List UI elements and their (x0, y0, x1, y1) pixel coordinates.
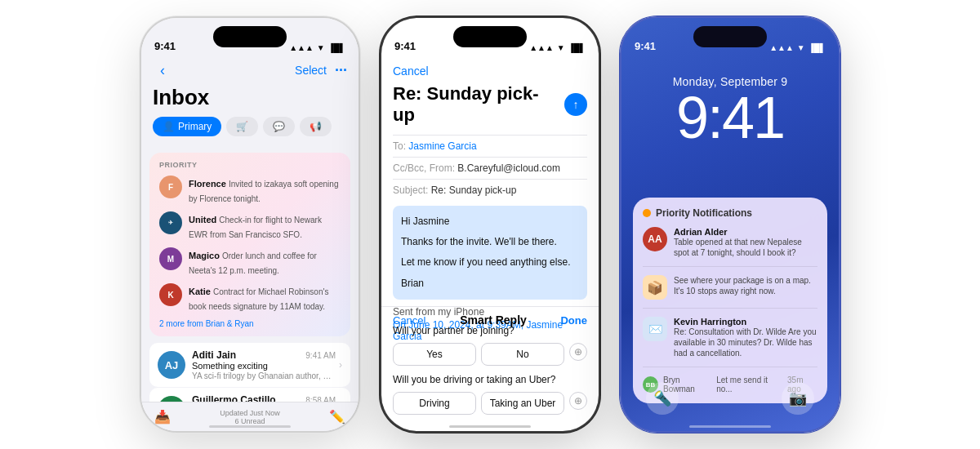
email-signature: Brian (401, 276, 579, 291)
email-line2: Let me know if you need anything else. (401, 255, 579, 270)
footer-updated: Updated Just Now (171, 409, 329, 417)
chat-icon: 💬 (273, 121, 285, 132)
filter-primary[interactable]: 👤 Primary (153, 117, 221, 136)
status-time-3: 9:41 (635, 40, 656, 52)
notif-content-kevin: Kevin Harrington Re: Consultation with D… (674, 317, 817, 358)
priority-text-magico: Magico Order lunch and coffee for Neeta'… (189, 247, 341, 277)
inbox-title: Inbox (153, 85, 347, 110)
status-time-1: 9:41 (154, 40, 176, 52)
more-from[interactable]: 2 more from Brian & Ryan (159, 319, 341, 328)
email-to-field: To: Jasmine Garcia (393, 135, 587, 157)
notif-item-adrian[interactable]: AA Adrian Alder Table opened at that new… (643, 227, 817, 267)
filter-shopping[interactable]: 🛒 (226, 117, 258, 136)
shopping-icon: 🛒 (236, 121, 248, 132)
signal-icon-3: ▲▲▲ (769, 43, 794, 52)
mail-header-guillermo: Guillermo Castillo 8:58 AM (192, 394, 336, 402)
mail-time-aditi: 9:41 AM (305, 351, 336, 360)
priority-item-florence[interactable]: F Florence Invited to izakaya soft openi… (159, 176, 341, 205)
email-cancel-button[interactable]: Cancel (393, 64, 429, 78)
dynamic-island-1 (213, 26, 287, 47)
priority-name-florence: Florence (189, 179, 229, 189)
priority-name-katie: Katie (189, 287, 213, 296)
email-compose-area[interactable]: Hi Jasmine Thanks for the invite. We'll … (393, 206, 587, 300)
mail-name-guillermo: Guillermo Castillo (192, 394, 276, 402)
select-button[interactable]: Select (295, 64, 327, 77)
send-button[interactable]: ↑ (564, 93, 587, 116)
option-more-2[interactable]: ⊕ (569, 392, 587, 410)
question-1-options: Yes No ⊕ (393, 343, 587, 366)
mail-content-aditi: Aditi Jain 9:41 AM Something exciting YA… (192, 349, 336, 380)
notif-item-package[interactable]: 📦 See where your package is on a map. It… (643, 275, 817, 309)
option-uber[interactable]: Taking an Uber (481, 392, 564, 415)
option-driving[interactable]: Driving (393, 392, 476, 415)
dynamic-island-3 (693, 26, 767, 47)
priority-item-magico[interactable]: M Magico Order lunch and coffee for Neet… (159, 247, 341, 277)
notif-icon-kevin: ✉️ (643, 317, 667, 341)
notif-name-kevin: Kevin Harrington (674, 317, 817, 327)
lockscreen: 9:41 ▲▲▲ ▼ ▐█▌ Monday, September 9 9:41 … (621, 18, 839, 431)
mail-item-aditi[interactable]: AJ Aditi Jain 9:41 AM Something exciting… (149, 343, 350, 387)
footer-unread: 6 Unread (171, 417, 329, 425)
dynamic-island-2 (453, 26, 527, 47)
phones-container: 9:41 ▲▲▲ ▼ ▐█▌ ‹ Select ··· (123, 0, 857, 449)
email-greeting: Hi Jasmine (401, 214, 579, 229)
avatar-katie: K (159, 283, 182, 306)
filter-promo[interactable]: 📢 (300, 117, 332, 136)
inbox-content: PRIORITY F Florence Invited to izakaya s… (141, 153, 359, 402)
wifi-icon-3: ▼ (797, 43, 805, 52)
email-header: Cancel Re: Sunday pick-up ↑ To: Jasmine … (381, 57, 599, 201)
notif-name-adrian: Adrian Alder (674, 227, 817, 237)
compose-icon[interactable]: ✏️ (329, 409, 345, 425)
mail-name-aditi: Aditi Jain (192, 349, 236, 361)
lock-time: 9:41 (621, 88, 839, 147)
notif-icon-package: 📦 (643, 275, 667, 300)
email-line1: Thanks for the invite. We'll be there. (401, 234, 579, 250)
battery-icon-2: ▐█▌ (568, 43, 586, 52)
email-subject-field: Subject: Re: Sunday pick-up (393, 179, 587, 201)
signal-icon-2: ▲▲▲ (529, 43, 554, 52)
status-icons-2: ▲▲▲ ▼ ▐█▌ (529, 43, 586, 52)
email-body-text: Hi Jasmine Thanks for the invite. We'll … (401, 214, 579, 291)
primary-label: Primary (178, 121, 212, 132)
notif-text-adrian: Table opened at that new Nepalese spot a… (674, 237, 817, 258)
phone-lockscreen: 9:41 ▲▲▲ ▼ ▐█▌ Monday, September 9 9:41 … (620, 16, 840, 433)
torch-button[interactable]: 🔦 (646, 382, 679, 415)
signal-icon-1: ▲▲▲ (289, 43, 314, 52)
option-more-1[interactable]: ⊕ (569, 343, 587, 361)
home-indicator-3 (689, 425, 771, 428)
back-button[interactable]: ‹ (153, 60, 172, 80)
option-yes[interactable]: Yes (393, 343, 476, 366)
status-time-2: 9:41 (394, 40, 416, 52)
mail-item-guillermo[interactable]: GC Guillermo Castillo 8:58 AM Check-in N… (149, 388, 350, 402)
lock-bottom-bar: 🔦 📷 (621, 382, 839, 415)
email-subject-header: Re: Sunday pick-up ↑ (393, 83, 587, 127)
smart-reply-questions: Will your partner be joining? Yes No ⊕ W… (381, 325, 599, 431)
option-no[interactable]: No (481, 343, 564, 366)
mail-subject-aditi: Something exciting (192, 361, 336, 371)
question-2-options: Driving Taking an Uber ⊕ (393, 392, 587, 415)
inbox-header: ‹ Select ··· Inbox 👤 Primary 🛒 (141, 57, 359, 146)
priority-item-united[interactable]: ✈ United Check-in for flight to Newark E… (159, 211, 341, 241)
status-icons-3: ▲▲▲ ▼ ▐█▌ (769, 43, 826, 52)
filter-chat[interactable]: 💬 (263, 117, 295, 136)
email-subject-value: Re: Sunday pick-up (431, 184, 517, 196)
mailbox-icon[interactable]: 📥 (154, 409, 171, 425)
battery-icon-3: ▐█▌ (808, 43, 826, 52)
phone-email: 9:41 ▲▲▲ ▼ ▐█▌ Cancel Re: Sunday pick-up… (380, 16, 600, 433)
question-2: Will you be driving or taking an Uber? (393, 374, 587, 385)
mail-time-guillermo: 8:58 AM (305, 396, 336, 402)
more-button[interactable]: ··· (335, 62, 347, 79)
notif-item-kevin[interactable]: ✉️ Kevin Harrington Re: Consultation wit… (643, 317, 817, 367)
priority-text-united: United Check-in for flight to Newark EWR… (189, 211, 341, 241)
notif-text-kevin: Re: Consultation with Dr. Wilde Are you … (674, 327, 817, 358)
camera-button[interactable]: 📷 (782, 382, 814, 415)
notif-content-adrian: Adrian Alder Table opened at that new Ne… (674, 227, 817, 258)
priority-item-katie[interactable]: K Katie Contract for Michael Robinson's … (159, 283, 341, 313)
notif-title: Priority Notifications (656, 207, 752, 219)
notifications-widget: Priority Notifications AA Adrian Alder T… (633, 198, 827, 403)
priority-label: PRIORITY (159, 161, 341, 169)
priority-section: PRIORITY F Florence Invited to izakaya s… (149, 153, 350, 336)
filter-tabs: 👤 Primary 🛒 💬 📢 (153, 117, 347, 136)
email-to-value[interactable]: Jasmine Garcia (408, 140, 476, 152)
email-screen: 9:41 ▲▲▲ ▼ ▐█▌ Cancel Re: Sunday pick-up… (381, 18, 599, 431)
